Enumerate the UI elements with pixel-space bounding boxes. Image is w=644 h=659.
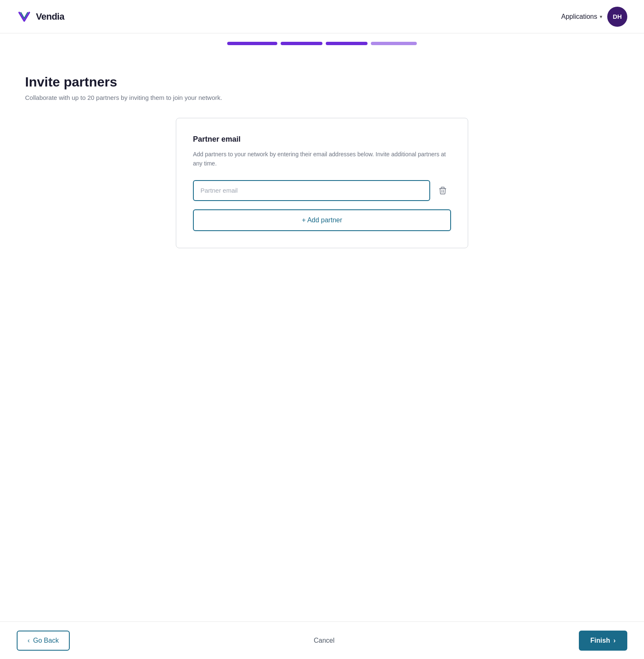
cancel-label: Cancel (314, 637, 335, 644)
main-content: Invite partners Collaborate with up to 2… (0, 49, 644, 248)
invite-partners-card: Partner email Add partners to your netwo… (176, 118, 468, 248)
card-description: Add partners to your network by entering… (193, 150, 451, 168)
applications-label: Applications (561, 13, 597, 20)
finish-chevron-icon: › (614, 637, 616, 644)
cancel-button[interactable]: Cancel (307, 637, 341, 644)
add-partner-label: + Add partner (302, 216, 342, 224)
add-partner-button[interactable]: + Add partner (193, 209, 451, 231)
applications-button[interactable]: Applications ▾ (561, 13, 602, 20)
partner-email-input[interactable] (193, 180, 430, 201)
finish-button[interactable]: Finish › (579, 631, 627, 651)
trash-icon (438, 186, 447, 195)
finish-label: Finish (591, 637, 610, 644)
progress-step-2 (281, 42, 322, 45)
go-back-label: Go Back (33, 637, 58, 644)
avatar[interactable]: DH (607, 7, 627, 27)
progress-bar (0, 33, 644, 49)
header-right: Applications ▾ DH (561, 7, 627, 27)
progress-step-1 (227, 42, 277, 45)
page-subtitle: Collaborate with up to 20 partners by in… (25, 94, 619, 101)
avatar-initials: DH (613, 13, 622, 20)
header: Vendia Applications ▾ DH (0, 0, 644, 33)
progress-step-4 (371, 42, 417, 45)
go-back-button[interactable]: ‹ Go Back (17, 631, 70, 651)
vendia-logo-icon (17, 9, 32, 24)
chevron-down-icon: ▾ (600, 14, 602, 20)
page-title: Invite partners (25, 74, 619, 90)
email-input-row (193, 180, 451, 201)
logo-text: Vendia (36, 11, 64, 22)
progress-step-3 (326, 42, 368, 45)
logo-area: Vendia (17, 9, 64, 24)
footer: ‹ Go Back Cancel Finish › (0, 621, 644, 659)
card-title: Partner email (193, 135, 451, 144)
svg-rect-0 (439, 188, 446, 189)
go-back-chevron-icon: ‹ (28, 637, 30, 644)
delete-email-button[interactable] (434, 182, 451, 199)
